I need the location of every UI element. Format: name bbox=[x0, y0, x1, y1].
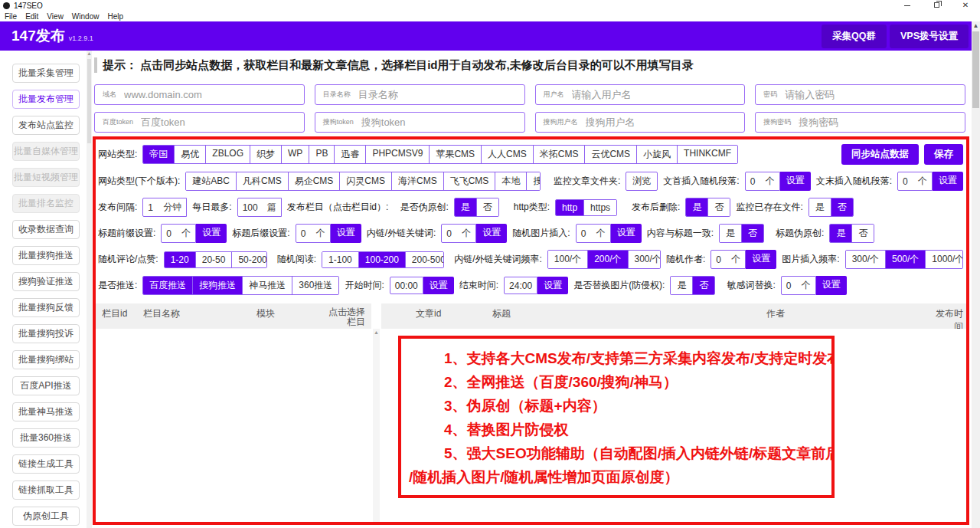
daily-max-input[interactable]: 100篇 bbox=[237, 198, 282, 217]
sidebar-item-百度API推送[interactable]: 百度API推送 bbox=[12, 376, 80, 395]
sogou-token-input[interactable]: 搜狗token搜狗token bbox=[315, 112, 525, 133]
qq-group-button[interactable]: 采集QQ群 bbox=[822, 25, 887, 48]
menu-edit[interactable]: Edit bbox=[25, 12, 38, 21]
browse-button[interactable]: 浏览 bbox=[626, 172, 658, 191]
option-百度推送[interactable]: 百度推送 bbox=[143, 277, 192, 294]
end-time-input[interactable]: 24:00 bbox=[504, 277, 537, 294]
option-300/个[interactable]: 300/个 bbox=[628, 251, 661, 268]
option-否[interactable]: 否 bbox=[476, 198, 498, 216]
sidebar-scrollbar-thumb[interactable] bbox=[87, 59, 91, 143]
option-否[interactable]: 否 bbox=[831, 198, 853, 216]
menu-view[interactable]: View bbox=[47, 12, 64, 21]
sync-site-data-button[interactable]: 同步站点数据 bbox=[841, 144, 919, 165]
random-image-insert-input[interactable]: 0个 bbox=[576, 224, 611, 243]
option-是[interactable]: 是 bbox=[809, 198, 831, 216]
option-是[interactable]: 是 bbox=[671, 277, 692, 294]
close-button[interactable]: ✕ bbox=[951, 0, 980, 11]
option-米拓CMS[interactable]: 米拓CMS bbox=[533, 146, 585, 163]
sidebar-item-收录数据查询[interactable]: 收录数据查询 bbox=[12, 220, 80, 239]
tail-insert-paragraphs-input[interactable]: 0个 bbox=[897, 172, 933, 191]
option-搜狗推送[interactable]: 搜狗推送 bbox=[192, 277, 242, 294]
sidebar-item-批量搜狗绑站[interactable]: 批量搜狗绑站 bbox=[12, 350, 80, 369]
option-易优[interactable]: 易优 bbox=[174, 146, 205, 163]
sidebar-item-批量采集管理[interactable]: 批量采集管理 bbox=[12, 64, 80, 83]
option-否[interactable]: 否 bbox=[692, 277, 714, 294]
username-input[interactable]: 用户名请输入用户名 bbox=[535, 84, 746, 105]
link-keywords-set-button[interactable]: 设置 bbox=[476, 224, 507, 243]
menu-help[interactable]: Help bbox=[107, 12, 123, 21]
option-否[interactable]: 否 bbox=[741, 225, 763, 242]
sidebar-item-批量发布管理[interactable]: 批量发布管理 bbox=[12, 90, 80, 109]
menu-window[interactable]: Window bbox=[72, 12, 100, 21]
option-搜外[interactable]: 搜外 bbox=[526, 172, 541, 190]
option-200-500[interactable]: 200-500 bbox=[405, 252, 444, 267]
option-凡科CMS[interactable]: 凡科CMS bbox=[236, 172, 288, 190]
link-keywords-input[interactable]: 0个 bbox=[441, 224, 476, 243]
window-scrollbar-thumb[interactable] bbox=[972, 31, 979, 108]
sogou-password-input[interactable]: 搜狗密码搜狗密码 bbox=[755, 112, 965, 133]
option-200/个[interactable]: 200/个 bbox=[587, 251, 627, 268]
option-300/个[interactable]: 300/个 bbox=[846, 251, 885, 268]
title-prefix-set-button[interactable]: 设置 bbox=[196, 224, 227, 243]
title-prefix-input[interactable]: 0个 bbox=[161, 224, 196, 243]
option-易企CMS[interactable]: 易企CMS bbox=[288, 172, 340, 190]
tail-insert-paragraphs-set-button[interactable]: 设置 bbox=[933, 172, 963, 191]
option-1-100[interactable]: 1-100 bbox=[322, 252, 358, 267]
option-否[interactable]: 否 bbox=[851, 225, 874, 242]
option-PB[interactable]: PB bbox=[309, 146, 334, 163]
directory-name-input[interactable]: 目录名称目录名称 bbox=[315, 84, 525, 105]
option-1-20[interactable]: 1-20 bbox=[165, 252, 195, 267]
column-table-scrollbar[interactable]: ▲ bbox=[373, 329, 380, 525]
title-suffix-input[interactable]: 0个 bbox=[296, 224, 331, 243]
option-迅睿[interactable]: 迅睿 bbox=[334, 146, 365, 163]
domain-input[interactable]: 域名www.domain.com bbox=[94, 84, 305, 105]
option-是[interactable]: 是 bbox=[686, 198, 707, 216]
option-20-50[interactable]: 20-50 bbox=[195, 252, 232, 267]
head-insert-paragraphs-set-button[interactable]: 设置 bbox=[780, 172, 811, 191]
option-否[interactable]: 否 bbox=[707, 198, 730, 216]
random-author-input[interactable]: 0个 bbox=[710, 250, 746, 269]
sidebar-item-伪原创工具[interactable]: 伪原创工具 bbox=[12, 507, 80, 526]
option-PHPCMSV9[interactable]: PHPCMSV9 bbox=[365, 146, 429, 163]
end-time-set-button[interactable]: 设置 bbox=[537, 277, 568, 294]
sidebar-item-批量搜狗反馈[interactable]: 批量搜狗反馈 bbox=[12, 298, 80, 317]
option-苹果CMS[interactable]: 苹果CMS bbox=[429, 146, 481, 163]
option-100/个[interactable]: 100/个 bbox=[548, 251, 587, 268]
sidebar-scrollbar[interactable]: ▲ bbox=[87, 51, 92, 528]
sidebar-item-发布站点监控[interactable]: 发布站点监控 bbox=[12, 116, 80, 135]
option-1000/个[interactable]: 1000/个 bbox=[925, 251, 963, 268]
option-是[interactable]: 是 bbox=[455, 198, 476, 216]
option-500/个[interactable]: 500/个 bbox=[885, 251, 925, 268]
option-云优CMS[interactable]: 云优CMS bbox=[584, 146, 636, 163]
restore-button[interactable] bbox=[922, 0, 951, 11]
sidebar-item-链接抓取工具[interactable]: 链接抓取工具 bbox=[12, 480, 80, 500]
start-time-set-button[interactable]: 设置 bbox=[423, 277, 454, 294]
sidebar-item-批量搜狗投诉[interactable]: 批量搜狗投诉 bbox=[12, 324, 80, 343]
baidu-token-input[interactable]: 百度token百度token bbox=[94, 112, 305, 133]
sidebar-item-批量360推送[interactable]: 批量360推送 bbox=[12, 428, 80, 448]
column-table-body[interactable] bbox=[96, 329, 371, 525]
window-scrollbar[interactable]: ▲ bbox=[972, 21, 980, 528]
menu-file[interactable]: File bbox=[5, 12, 17, 21]
option-人人CMS[interactable]: 人人CMS bbox=[481, 146, 533, 163]
option-帝国[interactable]: 帝国 bbox=[143, 146, 174, 163]
vps-dial-settings-button[interactable]: VPS拨号设置 bbox=[890, 25, 969, 48]
option-360推送[interactable]: 360推送 bbox=[292, 277, 338, 294]
option-海洋CMS[interactable]: 海洋CMS bbox=[391, 172, 443, 190]
save-button[interactable]: 保存 bbox=[924, 144, 963, 165]
option-THINKCMF[interactable]: THINKCMF bbox=[677, 146, 737, 163]
option-https[interactable]: https bbox=[583, 200, 616, 215]
publish-interval-input[interactable]: 1分钟 bbox=[142, 198, 187, 217]
option-是[interactable]: 是 bbox=[830, 225, 851, 242]
option-50-200[interactable]: 50-200 bbox=[231, 252, 266, 267]
sidebar-item-搜狗验证推送[interactable]: 搜狗验证推送 bbox=[12, 272, 80, 291]
option-小旋风[interactable]: 小旋风 bbox=[636, 146, 677, 163]
option-建站ABC[interactable]: 建站ABC bbox=[186, 172, 236, 190]
random-image-insert-set-button[interactable]: 设置 bbox=[611, 224, 642, 243]
sidebar-item-链接生成工具[interactable]: 链接生成工具 bbox=[12, 454, 80, 474]
option-闪灵CMS[interactable]: 闪灵CMS bbox=[339, 172, 391, 190]
password-input[interactable]: 密码请输入密码 bbox=[755, 84, 965, 105]
head-insert-paragraphs-input[interactable]: 0个 bbox=[745, 172, 780, 191]
option-WP[interactable]: WP bbox=[281, 146, 309, 163]
option-是[interactable]: 是 bbox=[720, 225, 741, 242]
